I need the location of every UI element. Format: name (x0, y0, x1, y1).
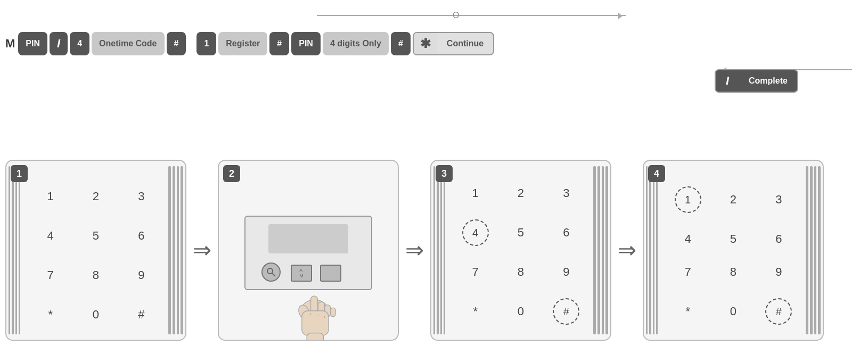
flow-diagram: O M PIN I 4 Onetime Code # 1 (0, 11, 868, 122)
left-stripe-4 (646, 166, 658, 334)
svg-line-1 (272, 273, 275, 276)
fourdigits-label: 4 digits Only (323, 39, 389, 48)
register-pill: Register (218, 32, 267, 55)
svg-rect-6 (331, 308, 335, 317)
key-row-3-3: 7 8 9 (453, 265, 589, 279)
key-3: 3 (128, 190, 154, 203)
device-box: AM (244, 216, 372, 290)
step-panel-2: 2 AM (218, 160, 399, 341)
pin-label: PIN (18, 39, 47, 48)
right-bars-3 (593, 166, 608, 334)
key4-star: * (675, 305, 701, 318)
key3-7: 7 (462, 265, 489, 279)
key3-6: 6 (553, 226, 579, 240)
right-bars-4 (806, 166, 821, 334)
keypad-4: 1 2 3 4 5 6 7 8 9 * 0 # (665, 177, 801, 334)
cursor-icon: I (50, 37, 68, 51)
key4-0: 0 (720, 305, 747, 318)
key-5: 5 (83, 229, 109, 243)
pin-pill: PIN (18, 32, 47, 55)
arrow-2-3: ⇒ (405, 239, 424, 261)
step-panel-1: 1 1 2 3 4 5 6 7 8 9 * (5, 160, 186, 341)
key-row-4-2: 4 5 6 (665, 232, 801, 246)
key-row-1-2: 4 5 6 (28, 229, 164, 243)
arrow-1-2: ⇒ (193, 239, 211, 261)
key-0: 0 (83, 308, 109, 322)
key-hash: # (128, 308, 154, 322)
left-stripe-1 (9, 166, 20, 334)
step-panel-3: 3 1 2 3 4 5 6 7 8 9 * (430, 160, 611, 341)
steps-area: 1 1 2 3 4 5 6 7 8 9 * (5, 160, 824, 341)
key-row-4-1: 1 2 3 (665, 186, 801, 213)
keypad-1: 1 2 3 4 5 6 7 8 9 * 0 # (28, 177, 164, 334)
device-icon3 (320, 265, 341, 282)
key-8: 8 (83, 268, 109, 282)
device-icon2: AM (291, 265, 312, 282)
hash1-pill: # (167, 32, 186, 55)
device-btn (261, 262, 281, 282)
svg-point-0 (267, 268, 273, 274)
key3-1: 1 (462, 186, 489, 200)
pin2-label: PIN (291, 39, 321, 48)
key-7: 7 (37, 268, 64, 282)
key-row-1-4: * 0 # (28, 308, 164, 322)
one-pill: 1 (196, 32, 216, 55)
key-star: * (37, 308, 64, 322)
key-row-1-1: 1 2 3 (28, 190, 164, 203)
key4-2: 2 (720, 193, 747, 207)
key3-5: 5 (507, 226, 534, 240)
step-badge-3: 3 (436, 165, 453, 182)
hash3-label: # (391, 39, 411, 48)
key3-9: 9 (553, 265, 579, 279)
key-row-3-4: * 0 # (453, 298, 589, 325)
continue-pill: ✱ Continue (413, 32, 494, 55)
key4-6: 6 (765, 232, 792, 246)
right-bars-1 (168, 166, 183, 334)
four-label: 4 (70, 39, 89, 48)
hash3-pill: # (391, 32, 411, 55)
svg-rect-9 (307, 333, 324, 341)
onetime-pill: Onetime Code (92, 32, 164, 55)
hash1-label: # (167, 39, 186, 48)
key-row-3-1: 1 2 3 (453, 186, 589, 200)
flow-row: M PIN I 4 Onetime Code # 1 Register (5, 32, 495, 55)
hash2-label: # (269, 39, 289, 48)
key3-4-circled: 4 (462, 219, 489, 246)
pin2-pill: PIN (291, 32, 321, 55)
star-icon: ✱ (414, 32, 437, 55)
key3-2: 2 (507, 186, 534, 200)
key-row-3-2: 4 5 6 (453, 219, 589, 246)
step-panel-4: 4 1 2 3 4 5 6 7 8 9 * (643, 160, 824, 341)
one-label: 1 (196, 39, 216, 48)
key-9: 9 (128, 268, 154, 282)
panel2-inner: AM (230, 171, 387, 334)
complete-cursor-icon: I (716, 69, 739, 93)
complete-label: Complete (739, 76, 797, 86)
key-symbol-icon (266, 267, 276, 277)
key4-hash-circled: # (765, 298, 792, 325)
svg-rect-8 (302, 311, 329, 335)
continue-label: Continue (437, 39, 493, 48)
left-stripe-3 (433, 166, 445, 334)
key4-1-circled: 1 (675, 186, 701, 213)
key4-5: 5 (720, 232, 747, 246)
key-row-1-3: 7 8 9 (28, 268, 164, 282)
key-row-4-4: * 0 # (665, 298, 801, 325)
key4-8: 8 (720, 265, 747, 279)
complete-row: I Complete (714, 69, 799, 93)
key-1: 1 (37, 190, 64, 203)
hash2-pill: # (269, 32, 289, 55)
key3-star: * (462, 305, 489, 318)
o-label: O (453, 11, 459, 20)
key3-8: 8 (507, 265, 534, 279)
key3-hash-circled: # (553, 298, 579, 325)
key4-7: 7 (675, 265, 701, 279)
device-screen (268, 224, 348, 253)
step-badge-1: 1 (11, 165, 28, 182)
four-pill: 4 (70, 32, 89, 55)
key3-3: 3 (553, 186, 579, 200)
onetime-label: Onetime Code (92, 39, 164, 48)
step-badge-2: 2 (223, 165, 240, 182)
cursor-pill: I (50, 32, 68, 55)
key-6: 6 (128, 229, 154, 243)
